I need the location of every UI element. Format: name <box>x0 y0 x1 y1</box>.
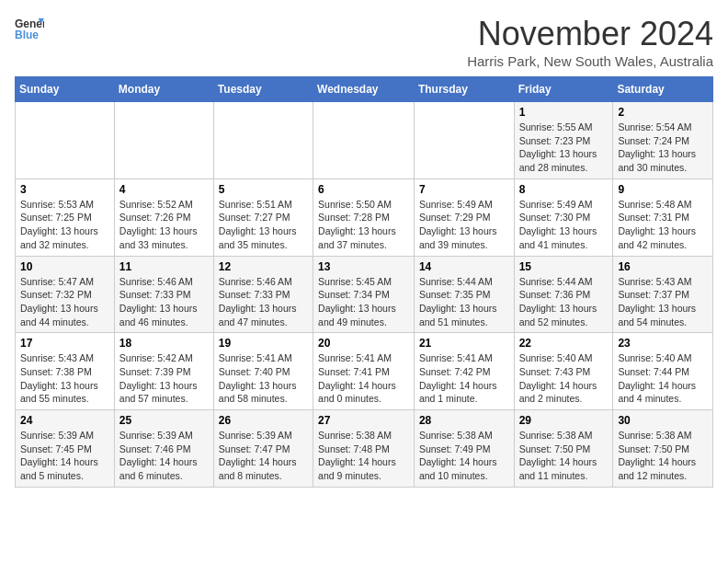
calendar-cell: 11Sunrise: 5:46 AMSunset: 7:33 PMDayligh… <box>114 256 213 333</box>
weekday-header-sunday: Sunday <box>16 77 115 102</box>
day-info: Sunrise: 5:47 AMSunset: 7:32 PMDaylight:… <box>20 275 109 329</box>
day-info: Sunrise: 5:55 AMSunset: 7:23 PMDaylight:… <box>519 121 609 175</box>
day-info: Sunrise: 5:50 AMSunset: 7:28 PMDaylight:… <box>318 198 409 252</box>
day-number: 26 <box>219 414 308 427</box>
day-info: Sunrise: 5:39 AMSunset: 7:45 PMDaylight:… <box>20 429 109 483</box>
calendar-week-2: 3Sunrise: 5:53 AMSunset: 7:25 PMDaylight… <box>16 178 713 256</box>
calendar-cell: 15Sunrise: 5:44 AMSunset: 7:36 PMDayligh… <box>514 256 613 333</box>
calendar-cell <box>16 102 115 179</box>
day-info: Sunrise: 5:44 AMSunset: 7:35 PMDaylight:… <box>419 275 509 329</box>
day-number: 23 <box>618 337 708 350</box>
day-info: Sunrise: 5:51 AMSunset: 7:27 PMDaylight:… <box>219 198 308 252</box>
calendar-week-4: 17Sunrise: 5:43 AMSunset: 7:38 PMDayligh… <box>16 333 713 410</box>
day-number: 8 <box>519 183 609 196</box>
day-number: 20 <box>318 337 409 350</box>
day-info: Sunrise: 5:39 AMSunset: 7:47 PMDaylight:… <box>219 429 308 483</box>
calendar-cell <box>414 102 514 179</box>
day-info: Sunrise: 5:43 AMSunset: 7:37 PMDaylight:… <box>618 275 708 329</box>
day-number: 17 <box>20 337 109 350</box>
day-number: 7 <box>419 183 509 196</box>
day-info: Sunrise: 5:38 AMSunset: 7:48 PMDaylight:… <box>318 429 409 483</box>
day-number: 21 <box>419 337 509 350</box>
day-number: 10 <box>20 260 109 273</box>
day-number: 19 <box>219 337 308 350</box>
calendar-cell: 2Sunrise: 5:54 AMSunset: 7:24 PMDaylight… <box>613 102 713 179</box>
calendar-cell: 22Sunrise: 5:40 AMSunset: 7:43 PMDayligh… <box>514 333 613 410</box>
day-info: Sunrise: 5:53 AMSunset: 7:25 PMDaylight:… <box>20 198 109 252</box>
calendar-cell: 26Sunrise: 5:39 AMSunset: 7:47 PMDayligh… <box>213 410 313 488</box>
logo: General Blue <box>15 15 44 44</box>
calendar-cell: 29Sunrise: 5:38 AMSunset: 7:50 PMDayligh… <box>514 410 613 488</box>
day-info: Sunrise: 5:46 AMSunset: 7:33 PMDaylight:… <box>119 275 209 329</box>
calendar-week-1: 1Sunrise: 5:55 AMSunset: 7:23 PMDaylight… <box>16 102 713 179</box>
title-block: November 2024 Harris Park, New South Wal… <box>467 15 713 69</box>
calendar-cell: 25Sunrise: 5:39 AMSunset: 7:46 PMDayligh… <box>114 410 213 488</box>
day-number: 14 <box>419 260 509 273</box>
calendar-cell: 3Sunrise: 5:53 AMSunset: 7:25 PMDaylight… <box>16 178 115 256</box>
day-number: 18 <box>119 337 209 350</box>
calendar-week-5: 24Sunrise: 5:39 AMSunset: 7:45 PMDayligh… <box>16 410 713 488</box>
calendar-cell: 24Sunrise: 5:39 AMSunset: 7:45 PMDayligh… <box>16 410 115 488</box>
day-number: 4 <box>119 183 209 196</box>
day-number: 9 <box>618 183 708 196</box>
calendar-cell: 4Sunrise: 5:52 AMSunset: 7:26 PMDaylight… <box>114 178 213 256</box>
day-number: 12 <box>219 260 308 273</box>
day-info: Sunrise: 5:41 AMSunset: 7:42 PMDaylight:… <box>419 351 509 406</box>
location-subtitle: Harris Park, New South Wales, Australia <box>467 53 713 69</box>
calendar-cell: 18Sunrise: 5:42 AMSunset: 7:39 PMDayligh… <box>114 333 213 410</box>
weekday-header-wednesday: Wednesday <box>313 77 415 102</box>
day-number: 27 <box>318 414 409 427</box>
day-info: Sunrise: 5:42 AMSunset: 7:39 PMDaylight:… <box>119 351 209 406</box>
calendar-cell: 30Sunrise: 5:38 AMSunset: 7:50 PMDayligh… <box>613 410 713 488</box>
day-info: Sunrise: 5:41 AMSunset: 7:41 PMDaylight:… <box>318 351 409 406</box>
calendar-cell: 21Sunrise: 5:41 AMSunset: 7:42 PMDayligh… <box>414 333 514 410</box>
weekday-header-row: SundayMondayTuesdayWednesdayThursdayFrid… <box>16 77 713 102</box>
day-info: Sunrise: 5:38 AMSunset: 7:49 PMDaylight:… <box>419 429 509 483</box>
day-number: 30 <box>618 414 708 427</box>
calendar-cell: 8Sunrise: 5:49 AMSunset: 7:30 PMDaylight… <box>514 178 613 256</box>
day-info: Sunrise: 5:49 AMSunset: 7:30 PMDaylight:… <box>519 198 609 252</box>
day-info: Sunrise: 5:38 AMSunset: 7:50 PMDaylight:… <box>519 429 609 483</box>
calendar-cell: 17Sunrise: 5:43 AMSunset: 7:38 PMDayligh… <box>16 333 115 410</box>
day-info: Sunrise: 5:49 AMSunset: 7:29 PMDaylight:… <box>419 198 509 252</box>
calendar-cell: 6Sunrise: 5:50 AMSunset: 7:28 PMDaylight… <box>313 178 415 256</box>
calendar-table: SundayMondayTuesdayWednesdayThursdayFrid… <box>15 76 713 488</box>
calendar-cell: 5Sunrise: 5:51 AMSunset: 7:27 PMDaylight… <box>213 178 313 256</box>
day-info: Sunrise: 5:52 AMSunset: 7:26 PMDaylight:… <box>119 198 209 252</box>
calendar-cell: 28Sunrise: 5:38 AMSunset: 7:49 PMDayligh… <box>414 410 514 488</box>
day-info: Sunrise: 5:41 AMSunset: 7:40 PMDaylight:… <box>219 351 308 406</box>
month-title: November 2024 <box>467 15 713 53</box>
calendar-cell: 20Sunrise: 5:41 AMSunset: 7:41 PMDayligh… <box>313 333 415 410</box>
day-info: Sunrise: 5:44 AMSunset: 7:36 PMDaylight:… <box>519 275 609 329</box>
day-number: 3 <box>20 183 109 196</box>
day-info: Sunrise: 5:48 AMSunset: 7:31 PMDaylight:… <box>618 198 708 252</box>
day-number: 22 <box>519 337 609 350</box>
calendar-cell <box>313 102 415 179</box>
calendar-cell <box>213 102 313 179</box>
calendar-cell: 1Sunrise: 5:55 AMSunset: 7:23 PMDaylight… <box>514 102 613 179</box>
calendar-cell: 13Sunrise: 5:45 AMSunset: 7:34 PMDayligh… <box>313 256 415 333</box>
calendar-cell <box>114 102 213 179</box>
day-number: 16 <box>618 260 708 273</box>
day-number: 2 <box>618 106 708 119</box>
day-number: 1 <box>519 106 609 119</box>
day-info: Sunrise: 5:45 AMSunset: 7:34 PMDaylight:… <box>318 275 409 329</box>
day-number: 6 <box>318 183 409 196</box>
day-info: Sunrise: 5:38 AMSunset: 7:50 PMDaylight:… <box>618 429 708 483</box>
calendar-cell: 27Sunrise: 5:38 AMSunset: 7:48 PMDayligh… <box>313 410 415 488</box>
day-number: 13 <box>318 260 409 273</box>
calendar-week-3: 10Sunrise: 5:47 AMSunset: 7:32 PMDayligh… <box>16 256 713 333</box>
logo-icon: General Blue <box>15 15 44 44</box>
calendar-cell: 16Sunrise: 5:43 AMSunset: 7:37 PMDayligh… <box>613 256 713 333</box>
weekday-header-thursday: Thursday <box>414 77 514 102</box>
day-info: Sunrise: 5:43 AMSunset: 7:38 PMDaylight:… <box>20 351 109 406</box>
day-number: 24 <box>20 414 109 427</box>
day-number: 29 <box>519 414 609 427</box>
day-number: 11 <box>119 260 209 273</box>
day-number: 5 <box>219 183 308 196</box>
svg-text:Blue: Blue <box>15 29 39 41</box>
day-info: Sunrise: 5:40 AMSunset: 7:43 PMDaylight:… <box>519 351 609 406</box>
calendar-cell: 7Sunrise: 5:49 AMSunset: 7:29 PMDaylight… <box>414 178 514 256</box>
calendar-cell: 14Sunrise: 5:44 AMSunset: 7:35 PMDayligh… <box>414 256 514 333</box>
calendar-cell: 9Sunrise: 5:48 AMSunset: 7:31 PMDaylight… <box>613 178 713 256</box>
